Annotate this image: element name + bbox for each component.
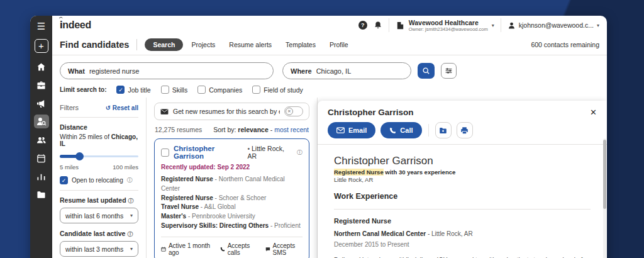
rail-item-find-candidates[interactable] [34,115,49,128]
folder-plus-icon [439,126,447,135]
slider-max: 100 miles [113,164,138,171]
user-icon [508,21,516,30]
rail-item-files[interactable] [34,188,49,201]
candidate-line: Master's - Pennbrooke University [161,212,303,222]
search-icon [422,67,430,75]
scrollbar-thumb[interactable] [603,140,606,209]
search-button[interactable] [418,63,435,79]
active-badge: Active 1 month ago [161,242,211,256]
company-icon [396,21,405,30]
resume-company: Northern Canal Medical Center - Little R… [334,230,591,237]
tab-resume-alerts[interactable]: Resume alerts [223,38,277,51]
rail-item-analytics[interactable] [34,169,49,183]
resume-headline: Registered Nurse with 30 years experienc… [334,169,591,176]
rail-item-interviews[interactable] [34,151,49,165]
sms-icon [265,246,270,252]
resume-alert-text: Get new resumes for this search by email [173,108,280,115]
candidate-line: Registered Nurse - Schoer & Schoer [161,194,303,203]
email-button-label: Email [348,126,367,134]
divider [136,39,137,50]
briefcase-icon [36,81,46,90]
highlighted-term: Registered Nurse [334,169,384,176]
help-icon[interactable]: ? [358,21,367,30]
call-button[interactable]: Call [380,122,421,138]
limit-search-label: Limit search to: [60,86,106,93]
user-menu[interactable]: kjohnson@wavewood.c... ▾ [508,21,599,30]
call-button-label: Call [400,126,413,134]
sort-most-recent[interactable]: most recent [274,126,309,133]
sort-relevance[interactable]: relevance [238,126,268,133]
where-value: Chicago, IL [316,67,352,75]
printer-icon [460,126,469,135]
reset-all-link[interactable]: ↺ Reset all [106,104,138,111]
org-owner: Owner: jsmith23434@wavewood.com [409,26,488,32]
sliders-icon [445,67,453,75]
work-experience-heading: Work Experience [334,192,591,201]
distance-text: Within 25 miles of Chicago, IL [60,133,138,147]
phone-icon [389,127,396,134]
resume-alert-toggle[interactable]: ✕ [284,106,303,116]
add-to-project-button[interactable] [435,122,452,138]
nav-tabs: Search Projects Resume alerts Templates … [145,38,353,51]
candidate-last-active-label: Candidate last active ⓘ [60,230,138,238]
search-area: What registered nurse Where Chicago, IL … [52,55,607,98]
info-icon: ⓘ [127,176,133,184]
tab-profile[interactable]: Profile [324,38,354,51]
chevron-down-icon: ▾ [130,213,133,218]
limit-search-row: Limit search to: ✓Job title Skills Compa… [60,86,599,94]
tab-search[interactable]: Search [145,38,183,51]
candidate-line: Travel Nurse - A&L Global [161,203,303,212]
distance-slider[interactable] [60,152,138,160]
menu-icon[interactable]: ☰ [37,21,45,32]
add-button[interactable]: + [35,39,48,53]
chevron-down-icon: ▾ [597,23,599,28]
checkbox-icon [252,86,260,94]
close-icon[interactable]: ✕ [590,108,597,117]
checkbox-icon: ✓ [116,86,125,94]
select-value: within last 3 months [65,245,123,253]
resume-last-updated-select[interactable]: within last 6 months▾ [60,208,138,223]
divider [501,18,501,32]
user-email: kjohnson@wavewood.c... [519,21,594,29]
checkbox-field-of-study[interactable]: Field of study [252,86,303,94]
checkbox-skills[interactable]: Skills [161,86,188,94]
checkbox-icon [161,86,169,94]
distance-label: Distance [60,123,138,131]
reset-icon: ↺ [106,104,111,111]
checkbox-job-title[interactable]: ✓Job title [116,86,150,94]
checkbox-icon: ✓ [60,176,68,184]
candidate-name[interactable]: Christopher Garrison [174,145,243,160]
sort-control: Sort by: relevance - most recent [213,126,309,133]
what-input[interactable]: What registered nurse [60,62,274,79]
tab-projects[interactable]: Projects [186,38,221,51]
what-label: What [68,67,85,75]
candidate-line: Supervisory Skills: Directing Others - P… [161,222,303,231]
checkbox-companies[interactable]: Companies [197,86,242,94]
divider [60,117,138,118]
notifications-bell-icon[interactable] [374,21,382,30]
candidate-last-active-select[interactable]: within last 3 months▾ [60,241,138,257]
org-switcher[interactable]: Wavewood Healthcare Owner: jsmith23434@w… [396,19,494,32]
rail-item-campaigns[interactable] [34,96,49,110]
resume-job-title: Registered Nurse [334,217,591,225]
rail-item-jobs[interactable] [34,78,49,92]
candidate-checkbox[interactable] [161,149,169,157]
rail-item-candidates[interactable] [34,133,49,147]
reset-label: Reset all [113,104,138,111]
checkbox-open-to-relocating[interactable]: ✓ Open to relocating ⓘ [60,176,138,184]
where-input[interactable]: Where Chicago, IL [282,62,411,79]
divider [428,124,429,137]
results-panel: Get new resumes for this search by email… [147,98,318,258]
email-button[interactable]: Email [328,122,375,138]
advanced-filters-button[interactable] [441,63,457,79]
resume-preview: Christopher Garrison Registered Nurse wi… [318,145,607,258]
tab-templates[interactable]: Templates [280,38,321,51]
megaphone-icon [36,99,46,108]
slider-thumb[interactable] [75,152,84,160]
print-button[interactable] [457,122,473,138]
resume-alert-bar: Get new resumes for this search by email… [154,103,309,120]
folder-icon [36,190,46,199]
info-icon: ⓘ [127,231,133,237]
rail-item-home[interactable] [34,60,49,74]
candidate-card[interactable]: Christopher Garrison Little Rock, AR ⓘ R… [154,138,309,258]
